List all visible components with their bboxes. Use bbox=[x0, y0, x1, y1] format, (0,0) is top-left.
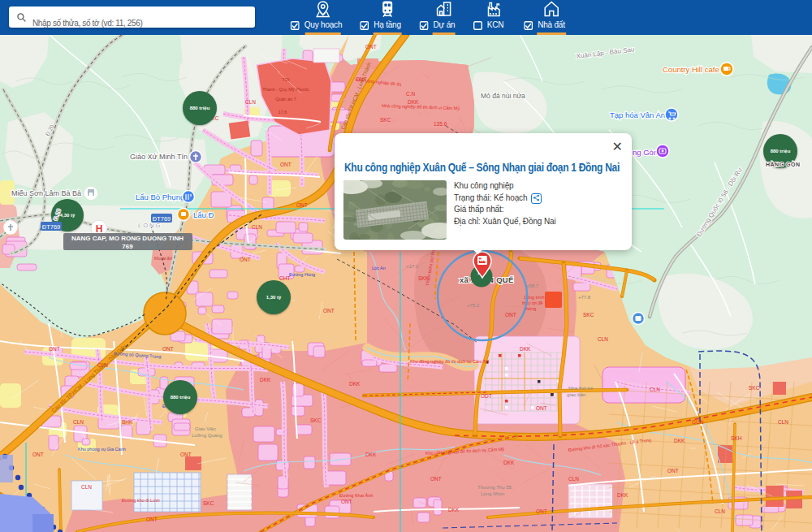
svg-text:Mỏ đá núi nửa: Mỏ đá núi nửa bbox=[481, 92, 525, 100]
svg-text:ng Gòn: ng Gòn bbox=[633, 148, 658, 157]
svg-text:Cao tốc TP.HCM - Long Thành -: Cao tốc TP.HCM - Long Thành - Dầu Giây bbox=[50, 342, 128, 413]
svg-text:HÀNG GÒN: HÀNG GÒN bbox=[766, 161, 801, 167]
svg-text:Giáo Xứ Minh Tín: Giáo Xứ Minh Tín bbox=[130, 153, 188, 161]
svg-text:Đường Quốc lộ 56 - Dồi Rư: Đường Quốc lộ 56 - Dồi Rư bbox=[695, 166, 744, 238]
svg-text:Lẩu Bò Phụng: Lẩu Bò Phụng bbox=[136, 192, 184, 201]
svg-text:Cao tốc TP.HCM - Long Thành: Cao tốc TP.HCM - Long Thành bbox=[339, 61, 374, 131]
svg-text:H: H bbox=[96, 223, 103, 235]
svg-text:Miếu Sơn Lâm Bà Bà: Miếu Sơn Lâm Bà Bà bbox=[11, 189, 81, 197]
svg-text:Xuân Lập - Bàu Sau: Xuân Lập - Bàu Sau bbox=[576, 45, 635, 60]
svg-text:LONG: LONG bbox=[138, 222, 162, 229]
svg-text:ĐT769: ĐT769 bbox=[42, 223, 61, 231]
svg-text:NANG CAP, MO RONG DUONG TINH: NANG CAP, MO RONG DUONG TINH bbox=[71, 235, 184, 242]
svg-text:Country Hill cafe: Country Hill cafe bbox=[663, 65, 719, 74]
svg-text:Đ.20: Đ.20 bbox=[45, 123, 55, 136]
svg-text:769: 769 bbox=[122, 243, 133, 250]
svg-text:Đ.20: Đ.20 bbox=[52, 208, 62, 221]
svg-text:Tạp hóa Vân An: Tạp hóa Vân An bbox=[610, 110, 665, 119]
svg-text:Lẩu Đ: Lẩu Đ bbox=[193, 210, 214, 219]
